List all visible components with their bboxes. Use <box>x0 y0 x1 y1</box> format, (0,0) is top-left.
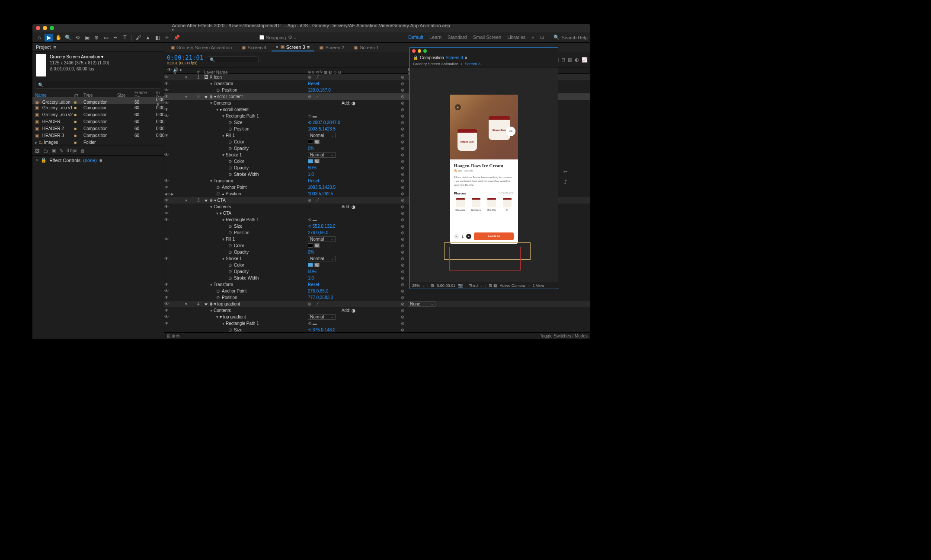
window-title: Adobe After Effects 2020 - /Users/dbdesk… <box>172 24 451 33</box>
snapshot-icon[interactable]: 📷 <box>458 283 463 288</box>
current-time[interactable]: 0:00:21:01 <box>167 54 203 61</box>
mock-calorie-badge: 150 <box>506 127 515 136</box>
project-item-preview: Grocery Screen Animation ▾ 1125 x 2436 (… <box>32 51 164 79</box>
guide-outline <box>449 247 521 270</box>
viewer-canvas[interactable]: × Häagen-Dazs Häagen-Dazs 150 Haagen-Daz… <box>410 67 558 282</box>
project-item[interactable]: ▣ HEADER 2■Composition600:00 <box>32 125 164 132</box>
panel-zoom-button[interactable] <box>423 49 427 53</box>
search-icon: 🔍 <box>553 35 560 40</box>
resolution-icon[interactable]: ⊞ <box>431 283 434 288</box>
project-panel: Project≡ Grocery Screen Animation ▾ 1125… <box>32 43 164 339</box>
panel-close-button[interactable] <box>412 49 416 53</box>
mock-cart-bar: − 1 + Add $6.99 <box>450 229 518 244</box>
orbit-tool[interactable]: ⟲ <box>73 34 82 41</box>
roto-tool[interactable]: ✧ <box>163 34 171 41</box>
hand-tool[interactable]: ✋ <box>54 34 63 41</box>
mock-flavor-item: Pi <box>501 198 514 211</box>
clone-tool[interactable]: ▲ <box>144 34 152 41</box>
graph-editor-icon[interactable]: 📈 <box>582 57 588 63</box>
project-columns: Name 🏷 Type Size Frame Ra... In Point <box>32 90 164 97</box>
trash-icon[interactable]: 🗑 <box>80 148 85 153</box>
preview-time[interactable]: 0:00:00:01 <box>437 283 455 288</box>
adjust-icon[interactable]: ✎ <box>59 148 63 153</box>
project-item[interactable]: ▣ Grocery...mo v2■Composition600:00 <box>32 111 164 118</box>
snapping-toggle[interactable]: Snapping ⚙ ⌵ <box>259 35 297 40</box>
search-help[interactable]: 🔍 Search Help <box>553 35 588 40</box>
workspace-bar: Default Learn Standard Small Screen Libr… <box>408 35 544 40</box>
snapping-checkbox[interactable] <box>259 35 264 40</box>
shape-tool[interactable]: ▭ <box>102 34 110 41</box>
workspace-small-screen[interactable]: Small Screen <box>473 35 501 40</box>
property-row[interactable]: 👁▾ ▾ top gradientNormal ⌵⊘ <box>164 314 590 320</box>
mock-product-cup: Häagen-Dazs <box>458 129 477 151</box>
workspace-default[interactable]: Default <box>408 35 423 40</box>
zoom-tool[interactable]: 🔍 <box>64 34 72 41</box>
new-comp-icon[interactable]: ▣ <box>51 148 56 153</box>
frame-blend-icon[interactable]: ▦ <box>568 57 572 63</box>
close-icon[interactable]: × <box>36 158 38 162</box>
property-row[interactable]: 👁▾ ContentsAdd: ◑⊘ <box>164 307 590 314</box>
motion-blur-icon[interactable]: ◐ <box>575 57 579 63</box>
main-toolbar: ⌂ ▶ ✋ 🔍 ⟲ ▣ ⊕ ▭ ✒ T 🖌 ▲ ◧ ✧ 📌 Snapping ⚙… <box>32 32 590 43</box>
workspace-libraries[interactable]: Libraries <box>507 35 525 40</box>
right-tool-strip: ⤺ ⤴ <box>562 169 569 185</box>
window-controls <box>36 26 54 30</box>
shy-icon[interactable]: ⊟ <box>561 57 565 63</box>
zoom-window-button[interactable] <box>50 26 54 30</box>
timeline-search[interactable] <box>207 56 259 63</box>
project-list: ▣ Grocery...ation■Composition600:00 ⋔▣ G… <box>32 97 164 146</box>
minimize-window-button[interactable] <box>43 26 47 30</box>
project-item[interactable]: ▣ Grocery...ation■Composition600:00 ⋔ <box>32 97 164 104</box>
pen-tool[interactable]: ✒ <box>111 34 120 41</box>
export-icon[interactable]: ⤴ <box>564 179 567 185</box>
project-item[interactable]: ▣ HEADER 3■Composition600:00 <box>32 132 164 139</box>
selection-tool[interactable]: ▶ <box>45 34 53 41</box>
mock-qty-minus: − <box>454 234 459 239</box>
project-search[interactable] <box>35 81 161 89</box>
home-icon[interactable]: ⌂ <box>35 34 44 41</box>
property-row[interactable]: 👁⊙Position777.0,2583.0⊘ <box>164 294 590 301</box>
panel-minimize-button[interactable] <box>418 49 421 53</box>
workspace-menu[interactable]: ⊡ <box>540 35 544 40</box>
folder-icon[interactable]: 🗀 <box>43 148 48 153</box>
project-item[interactable]: ▸ 🗀 Images■Folder <box>32 139 164 146</box>
tab-screen-1[interactable]: ▣Screen 1 <box>349 44 383 51</box>
workspace-learn[interactable]: Learn <box>429 35 442 40</box>
mock-flavor-item: Strawberry <box>470 198 483 211</box>
effect-controls-panel[interactable]: × 🔒 Effect Controls (none) ≡ <box>32 155 164 165</box>
close-window-button[interactable] <box>36 26 40 30</box>
mock-hero-image: × Häagen-Dazs Häagen-Dazs 150 <box>450 95 518 159</box>
mock-product-title: Haagen-Dazs Ice Cream <box>454 163 514 168</box>
tab-grocery-animation[interactable]: ▣Grocery Screen Animation <box>166 44 236 51</box>
puppet-tool[interactable]: 📌 <box>172 34 181 41</box>
camera-tool[interactable]: ▣ <box>83 34 91 41</box>
type-tool[interactable]: T <box>121 34 129 41</box>
mockup-screen: × Häagen-Dazs Häagen-Dazs 150 Haagen-Daz… <box>450 95 518 244</box>
tab-screen-2[interactable]: ▣Screen 2 <box>315 44 349 51</box>
magnification[interactable]: 25% <box>412 283 420 288</box>
mock-calories: 🔥 180 - 380 cal <box>454 169 514 172</box>
lock-icon[interactable]: 🔒 <box>41 157 47 163</box>
brush-tool[interactable]: 🖌 <box>134 34 143 41</box>
pan-behind-tool[interactable]: ⊕ <box>92 34 101 41</box>
toggle-switches-modes[interactable]: Toggle Switches / Modes <box>540 334 588 338</box>
preview-thumbnail <box>36 54 46 76</box>
eraser-tool[interactable]: ◧ <box>153 34 162 41</box>
project-item[interactable]: ▣ HEADER■Composition600:00 <box>32 118 164 125</box>
workspace-overflow[interactable]: » <box>531 35 534 40</box>
tab-screen-3[interactable]: ×▣Screen 3≡ <box>272 43 314 51</box>
interpret-icon[interactable]: 🖾 <box>35 148 40 153</box>
composition-viewer-panel: 🔒 Composition Screen 3≡ Grocery Screen A… <box>409 47 558 289</box>
tab-screen-4[interactable]: ▣Screen 4 <box>237 44 271 51</box>
property-row[interactable]: 👁▾ Rectangle Path 1⟲ ▬⊘ <box>164 320 590 327</box>
project-tab[interactable]: Project≡ <box>32 43 164 51</box>
viewer-tab[interactable]: 🔒 Composition Screen 3≡ <box>410 54 558 61</box>
undo-icon[interactable]: ⤺ <box>563 169 568 175</box>
project-item[interactable]: ▣ Grocery...mo v1■Composition600:00 <box>32 104 164 111</box>
workspace-standard[interactable]: Standard <box>448 35 467 40</box>
project-footer: 🖾 🗀 ▣ ✎ 8 bpc 🗑 <box>32 146 164 155</box>
lock-icon[interactable]: 🔒 <box>413 55 418 60</box>
property-row[interactable]: ⊙Size⟲ 375.0,148.0⊘ <box>164 327 590 332</box>
mock-add-button: Add $6.99 <box>474 232 514 240</box>
layer-row[interactable]: 👁▾4★ ⋕ ▾ top gradient⊕ ∕⊘None ⌵ <box>164 301 590 307</box>
